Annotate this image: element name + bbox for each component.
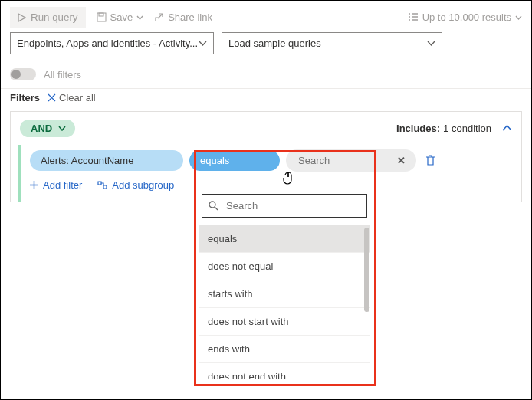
clear-all-button[interactable]: Clear all: [48, 92, 96, 103]
filter-value-input-wrap[interactable]: ✕: [286, 149, 416, 172]
sample-queries-select[interactable]: Load sample queries: [222, 32, 442, 54]
dropdown-item-starts-with[interactable]: starts with: [199, 280, 370, 308]
chevron-down-icon: [136, 15, 143, 20]
search-icon: [209, 201, 218, 211]
filters-title: Filters: [10, 92, 40, 103]
dropdown-list: ▲ equals does not equal starts with does…: [199, 225, 370, 379]
delete-filter-icon[interactable]: [425, 155, 435, 166]
filter-value-input[interactable]: [297, 154, 389, 167]
operator-dropdown: ▲ equals does not equal starts with does…: [199, 188, 370, 379]
plus-icon: [30, 181, 38, 189]
scope-select[interactable]: Endpoints, Apps and identities - Activit…: [10, 32, 214, 54]
filter-operator-label: equals: [200, 155, 229, 166]
filter-field-label: Alerts: AccountName: [41, 155, 133, 166]
includes-count: 1 condition: [443, 123, 491, 134]
clear-all-label: Clear all: [59, 92, 96, 103]
share-label: Share link: [168, 11, 212, 23]
dropdown-scrollbar[interactable]: [364, 228, 369, 312]
chevron-down-icon: [199, 41, 207, 46]
scroll-down-icon[interactable]: ▼: [362, 377, 369, 379]
add-filter-button[interactable]: Add filter: [30, 179, 82, 191]
run-query-label: Run query: [31, 11, 78, 23]
all-filters-toggle[interactable]: [10, 68, 36, 80]
add-subgroup-button[interactable]: Add subgroup: [97, 179, 174, 191]
dropdown-search-wrap[interactable]: [202, 194, 367, 218]
add-subgroup-label: Add subgroup: [112, 179, 174, 191]
dropdown-item-does-not-start-with[interactable]: does not start with: [199, 308, 370, 336]
includes-label: Includes:: [396, 123, 440, 134]
all-filters-label: All filters: [44, 69, 81, 80]
save-icon: [97, 12, 107, 22]
chevron-down-icon: [58, 126, 66, 131]
svg-rect-1: [99, 13, 103, 16]
run-query-button[interactable]: Run query: [10, 7, 86, 28]
logic-operator-dropdown[interactable]: AND: [20, 120, 75, 137]
logic-operator-label: AND: [31, 123, 52, 134]
dropdown-search-input[interactable]: [225, 199, 360, 212]
chevron-down-icon: [515, 15, 522, 20]
results-limit-label: Up to 10,000 results: [422, 11, 511, 23]
sample-queries-label: Load sample queries: [228, 38, 321, 49]
scroll-up-icon[interactable]: ▲: [362, 225, 369, 227]
scope-label: Endpoints, Apps and identities - Activit…: [17, 38, 198, 49]
save-button[interactable]: Save: [97, 11, 144, 23]
clear-value-icon[interactable]: ✕: [397, 155, 406, 166]
dropdown-item-equals[interactable]: equals: [199, 225, 370, 253]
results-limit-dropdown[interactable]: Up to 10,000 results: [409, 11, 522, 23]
dropdown-item-does-not-equal[interactable]: does not equal: [199, 253, 370, 280]
collapse-icon[interactable]: [502, 125, 512, 132]
filter-field-pill[interactable]: Alerts: AccountName: [30, 150, 183, 171]
chevron-down-icon: [427, 41, 435, 46]
subgroup-icon: [97, 181, 107, 189]
dropdown-item-does-not-end-with[interactable]: does not end with: [199, 363, 370, 379]
share-icon: [154, 12, 164, 22]
svg-point-2: [209, 202, 215, 208]
add-filter-label: Add filter: [43, 179, 82, 191]
save-label: Save: [110, 11, 133, 23]
share-link-button[interactable]: Share link: [154, 11, 212, 23]
close-icon: [48, 93, 56, 102]
list-icon: [409, 13, 419, 21]
play-icon: [18, 13, 26, 22]
filter-operator-pill[interactable]: equals: [189, 150, 280, 171]
dropdown-item-ends-with[interactable]: ends with: [199, 336, 370, 363]
